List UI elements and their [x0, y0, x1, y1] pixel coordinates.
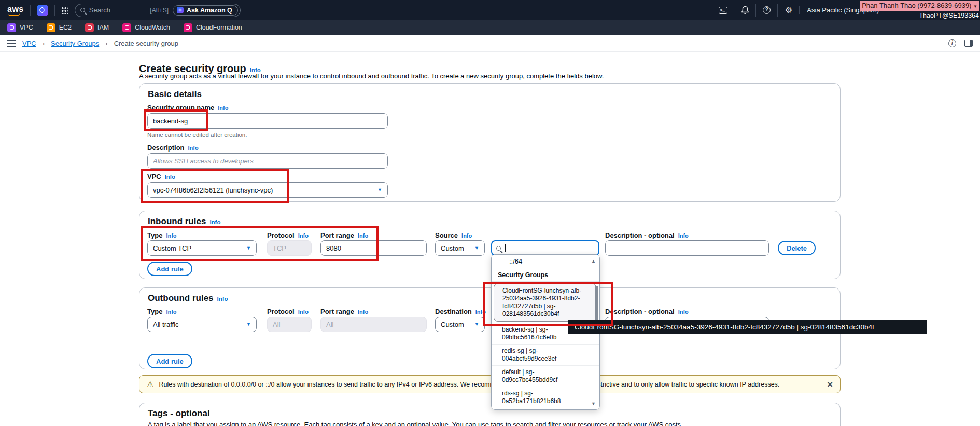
- outbound-port-field: All: [320, 317, 427, 332]
- outbound-description-label: Description - optionalInfo: [605, 308, 689, 315]
- inbound-port-input[interactable]: [320, 240, 427, 256]
- outbound-destination-label: DestinationInfo: [435, 308, 486, 315]
- warning-icon: ⚠: [147, 380, 153, 389]
- global-search[interactable]: Search [Alt+S] Ask Amazon Q: [75, 4, 241, 17]
- info-link[interactable]: Info: [298, 232, 309, 239]
- menu-icon[interactable]: [7, 40, 16, 47]
- chevron-down-icon: ▼: [246, 245, 251, 251]
- cloudshell-icon: >_: [719, 7, 727, 14]
- dropdown-item-rds-sg[interactable]: rds-sg | sg-0a52ba171b821b6b8: [492, 387, 599, 408]
- info-link[interactable]: Info: [358, 309, 368, 315]
- breadcrumb-security-groups[interactable]: Security Groups: [51, 39, 99, 47]
- sg-name-input[interactable]: [147, 113, 388, 129]
- dropdown-item-cidr[interactable]: ::/64: [492, 255, 599, 268]
- inbound-source-select[interactable]: Custom ▼: [435, 240, 485, 256]
- warning-text: Rules with destination of 0.0.0.0/0 or :…: [159, 381, 821, 388]
- help-icon: ?: [763, 6, 771, 14]
- info-link[interactable]: Info: [166, 309, 176, 315]
- inbound-rule-description-input[interactable]: [605, 240, 769, 256]
- text-cursor: [505, 244, 506, 252]
- favorites-bar: VPC EC2 IAM CloudWatch CloudFormation: [0, 20, 980, 35]
- outbound-add-rule-button[interactable]: Add rule: [147, 354, 192, 368]
- notifications-button[interactable]: [734, 4, 755, 17]
- chevron-down-icon: ▼: [246, 322, 251, 327]
- favorite-cloudwatch[interactable]: CloudWatch: [122, 23, 170, 32]
- dropdown-item-default-sg[interactable]: default | sg-0d9cc7bc455bdd9cf: [492, 366, 599, 387]
- tags-subtitle: A tag is a label that you assign to an A…: [148, 421, 683, 426]
- ask-amazon-q-button[interactable]: Ask Amazon Q: [173, 5, 238, 16]
- account-name: Phan Thanh Thao (9972-8639-6939) ▼: [860, 1, 979, 11]
- search-shortcut: [Alt+S]: [150, 7, 169, 14]
- cloudwatch-service-icon: [122, 23, 131, 32]
- vpc-select[interactable]: vpc-074f86b62f2f56121 (lunchsync-vpc) ▼: [147, 182, 388, 198]
- close-icon[interactable]: ×: [827, 379, 833, 389]
- inbound-port-label: Port rangeInfo: [320, 231, 368, 239]
- scroll-up-icon[interactable]: ▲: [591, 258, 596, 264]
- inbound-source-search-input[interactable]: [491, 240, 599, 256]
- aws-console-screen: aws Search [Alt+S] Ask Amazon Q >_: [0, 0, 980, 426]
- aws-logo[interactable]: aws: [7, 5, 24, 16]
- dropdown-item-redis-sg[interactable]: redis-sg | sg-004abcf59d9cee3ef: [492, 345, 599, 366]
- dropdown-group-header: Security Groups: [492, 268, 599, 282]
- inbound-add-rule-button[interactable]: Add rule: [147, 262, 192, 276]
- divider: [30, 5, 31, 16]
- help-button[interactable]: ?: [755, 4, 777, 17]
- inbound-protocol-field: TCP: [267, 240, 312, 256]
- search-icon: [80, 8, 85, 12]
- info-link[interactable]: Info: [218, 105, 228, 111]
- basic-details-heading: Basic details: [148, 89, 202, 100]
- info-link[interactable]: Info: [298, 309, 309, 315]
- chevron-down-icon: ▼: [474, 245, 479, 251]
- divider: [54, 5, 55, 16]
- favorite-ec2[interactable]: EC2: [47, 23, 72, 32]
- breadcrumb-bar: VPC › Security Groups › Create security …: [0, 35, 980, 52]
- aws-smile-icon: [8, 12, 20, 16]
- sg-name-help: Name cannot be edited after creation.: [147, 132, 247, 138]
- ec2-service-icon: [47, 23, 55, 32]
- outbound-protocol-field: All: [267, 317, 312, 332]
- breadcrumb-vpc[interactable]: VPC: [22, 39, 36, 47]
- delete-rule-button[interactable]: Delete: [778, 241, 816, 255]
- search-icon: [496, 246, 501, 251]
- dropdown-item-cloudfront-sg[interactable]: CloudFrontSG-lunchsyn-alb-25034aa5-3926-…: [494, 283, 596, 322]
- split-panel-icon[interactable]: [964, 40, 973, 47]
- sg-name-label: Security group nameInfo: [147, 104, 228, 112]
- info-link[interactable]: Info: [165, 174, 175, 180]
- info-link[interactable]: Info: [358, 232, 368, 239]
- info-link[interactable]: Info: [678, 232, 689, 239]
- ask-q-label: Ask Amazon Q: [187, 7, 232, 14]
- chevron-down-icon: ▼: [474, 322, 479, 327]
- settings-button[interactable]: ⚙: [777, 4, 799, 17]
- description-input[interactable]: [147, 153, 388, 169]
- scroll-down-icon[interactable]: ▼: [591, 401, 596, 406]
- info-link[interactable]: Info: [209, 219, 220, 225]
- iam-service-icon: [85, 23, 94, 32]
- search-placeholder: Search: [89, 6, 146, 14]
- favorite-cloudformation[interactable]: CloudFormation: [184, 23, 242, 32]
- outbound-type-select[interactable]: All traffic ▼: [147, 317, 257, 332]
- outbound-rules-heading: Outbound rulesInfo: [148, 293, 228, 304]
- info-link[interactable]: Info: [166, 232, 176, 239]
- outbound-port-label: Port rangeInfo: [320, 308, 368, 315]
- tags-card: Tags - optional A tag is a label that yo…: [139, 403, 841, 426]
- dropdown-scrollbar[interactable]: [595, 286, 598, 321]
- info-link[interactable]: Info: [461, 232, 472, 239]
- tags-heading: Tags - optional: [148, 408, 210, 419]
- info-link[interactable]: Info: [678, 309, 689, 315]
- account-menu[interactable]: Phan Thanh Thao (9972-8639-6939) ▼ ThaoP…: [860, 1, 979, 20]
- favorite-vpc[interactable]: VPC: [7, 23, 33, 32]
- inbound-rules-heading: Inbound rulesInfo: [148, 216, 220, 227]
- info-link[interactable]: Info: [217, 296, 228, 302]
- outbound-destination-select[interactable]: Custom ▼: [435, 317, 485, 332]
- apps-grid-icon[interactable]: [61, 7, 68, 14]
- favorite-iam[interactable]: IAM: [85, 23, 109, 32]
- info-link[interactable]: Info: [188, 145, 199, 151]
- outbound-protocol-label: ProtocolInfo: [267, 308, 309, 315]
- inbound-type-select[interactable]: Custom TCP ▼: [147, 240, 257, 256]
- info-icon[interactable]: i: [948, 39, 956, 47]
- gear-icon: ⚙: [785, 6, 792, 15]
- cloudshell-button[interactable]: >_: [712, 4, 734, 17]
- info-link[interactable]: Info: [475, 309, 486, 315]
- amazon-q-icon[interactable]: [37, 5, 48, 16]
- page-subtitle: A security group acts as a virtual firew…: [139, 72, 604, 80]
